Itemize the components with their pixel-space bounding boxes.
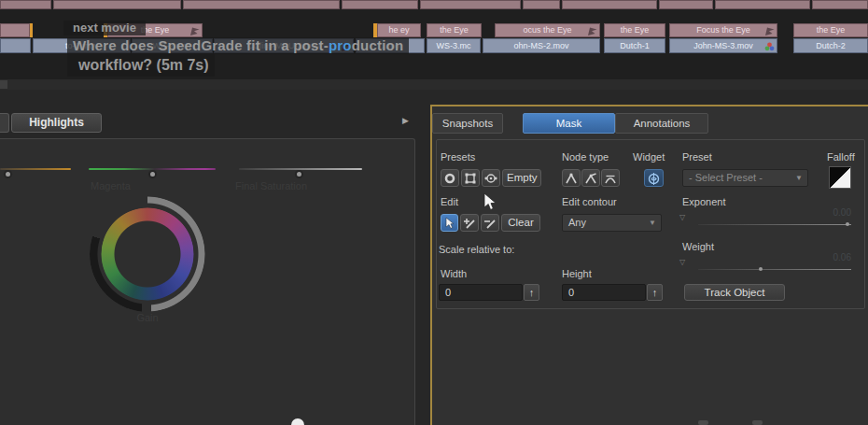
preset-circle-handles-tool-button[interactable] [482,169,500,187]
preset-ellipse-tool-button[interactable] [441,169,459,187]
timeline-media-clip[interactable]: ohn-MS-2.mov [483,38,600,53]
timeline-footer-band [0,79,868,90]
highlights-panel [0,138,415,425]
timeline-mini-clip[interactable] [812,0,868,9]
node-corner-icon [563,172,580,185]
node-smooth-icon [582,172,599,185]
slider-handle-magenta[interactable] [150,172,155,177]
width-input[interactable]: 0 [439,284,523,301]
timeline-mini-clip[interactable] [562,0,657,9]
empty-button[interactable]: Empty [502,169,541,187]
preset-rectangle-tool-button[interactable] [461,169,480,187]
timeline-grade-clip[interactable]: the Eye [793,23,868,37]
height-spinner-up-button[interactable]: ↑ [647,284,663,301]
weight-slider-handle[interactable] [759,267,763,271]
track-object-button[interactable]: Track Object [684,284,785,301]
timeline-mini-clip[interactable] [420,0,521,9]
flag-icon [189,26,200,37]
exponent-slider-handle[interactable] [846,222,849,226]
exponent-value: 0.00 [795,207,851,218]
slider-track-final-saturation[interactable] [239,168,362,170]
falloff-label: Falloff [827,151,855,163]
caption-text-part: duction [352,37,404,53]
node-type-symmetric-button[interactable] [601,169,620,187]
timeline-media-clip[interactable]: WS-3.mc [427,38,481,53]
weight-value: 0.06 [795,252,851,262]
timeline-mini-clip[interactable] [523,0,560,9]
cursor-arrow-icon [441,217,457,230]
speedgrade-window: the Eyehe eythe Eyeocus the Eyethe EyeFo… [0,0,868,425]
gain-wheel-label: Gain [119,312,175,323]
timeline-media-clip[interactable]: Dutch-2 [793,38,868,53]
edit-remove-point-button[interactable] [481,214,499,232]
clip-edge-marker[interactable] [30,23,33,37]
clip-edge-marker[interactable] [373,23,377,37]
rgb-icon [764,41,775,53]
weight-slider-track[interactable] [698,269,851,270]
timeline-mini-clip[interactable] [342,0,418,9]
timeline-media-clip[interactable]: Dutch-1 [604,38,665,53]
tab-highlights[interactable]: Highlights [11,113,102,133]
gain-color-wheel[interactable] [101,207,194,301]
clip-label: the Eye [817,25,846,35]
slider-track-magenta[interactable] [89,168,216,170]
node-type-corner-button[interactable] [562,169,581,187]
timeline-media-clip[interactable] [0,38,31,53]
height-input[interactable]: 0 [562,284,646,301]
tab-mask[interactable]: Mask [523,113,615,134]
flag-icon [587,26,597,37]
exponent-slider-track[interactable] [698,224,851,225]
timeline-grade-clip[interactable]: ocus the Eye [495,23,600,37]
timeline-mini-clip[interactable] [0,0,51,9]
falloff-curve-swatch[interactable] [829,166,851,189]
caption-title-line2: workflow? (5m 7s) [67,54,215,77]
chevron-down-icon: ▼ [649,215,656,231]
node-symmetric-icon [602,172,619,185]
timeline-grade-clip[interactable]: he ey [377,23,421,37]
slider-handle-final-saturation[interactable] [297,172,301,177]
tab-snapshots[interactable]: Snapshots [432,113,503,134]
timeline-track-mini [0,0,868,9]
timeline-mini-clip[interactable] [659,0,713,9]
panel-expander-icon[interactable]: ▶ [402,114,413,127]
widget-label: Widget [633,151,665,163]
timeline-grade-clip[interactable]: the Eye [604,23,665,37]
timeline-mini-clip[interactable] [53,0,181,9]
edit-add-point-button[interactable] [460,214,479,232]
timeline-grade-clip[interactable]: the Eye [427,23,482,37]
exponent-slider-marker[interactable]: ▽ [679,213,685,221]
rectangle-tool-icon [462,172,479,185]
edit-contour-select[interactable]: Any ▼ [562,214,662,232]
node-type-smooth-button[interactable] [581,169,600,187]
edit-select-tool-button[interactable] [441,214,458,232]
chevron-down-icon: ▼ [795,170,803,186]
preset-select-value: - Select Preset - [689,172,763,183]
caption-text-part: Where does SpeedGrade fit in a post- [73,37,329,53]
height-label: Height [562,268,592,279]
bottom-right-dot-2 [752,420,763,425]
presets-label: Presets [441,151,475,163]
tab-annotations[interactable]: Annotations [615,113,708,134]
weight-label: Weight [682,241,714,252]
widget-button[interactable] [644,169,664,187]
clip-label: Dutch-2 [816,41,846,50]
clip-label: he ey [388,25,409,35]
slider-handle-1[interactable] [6,172,10,177]
width-spinner-up-button[interactable]: ↑ [524,284,539,301]
tab-partial-left[interactable] [0,113,9,133]
edit-label: Edit [441,196,458,207]
timeline-mini-clip[interactable] [715,0,810,9]
weight-slider-marker[interactable]: ▽ [679,258,685,266]
preset-select[interactable]: - Select Preset - ▼ [682,169,808,187]
caption-text-part: pro [329,37,352,53]
slider-label-magenta: Magenta [91,180,131,191]
clear-button[interactable]: Clear [501,214,540,232]
edit-contour-label: Edit contour [562,196,617,207]
slider-track-1[interactable] [0,168,71,170]
timeline-media-clip[interactable]: John-MS-3.mov [669,38,777,53]
slider-label-final-saturation: Final Saturation [235,180,307,191]
timeline-grade-clip[interactable]: Focus the Eye [669,23,777,37]
timeline-mini-clip[interactable] [183,0,340,9]
timeline-footer-handle[interactable] [0,80,7,89]
timeline-grade-clip[interactable] [0,23,30,37]
